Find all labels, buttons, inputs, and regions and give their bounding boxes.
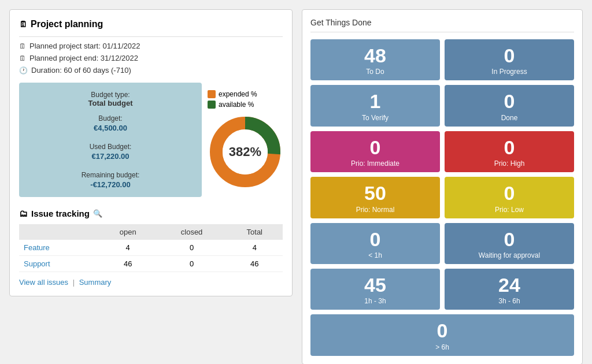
gtd-card-3[interactable]: 0 Done xyxy=(445,85,574,126)
view-all-issues-link[interactable]: View all issues xyxy=(19,278,68,287)
donut-percent-label: 382% xyxy=(229,144,261,159)
gtd-label-10: 1h - 3h xyxy=(364,297,386,305)
col-open: open xyxy=(99,224,157,240)
end-calendar-icon: 🗓 xyxy=(19,54,26,62)
gtd-number-3: 0 xyxy=(504,91,515,112)
budget-value: €4,500.00 xyxy=(31,124,190,132)
gtd-number-6: 50 xyxy=(364,183,386,204)
gtd-card-11[interactable]: 24 3h - 6h xyxy=(445,269,574,310)
chart-legend: expended % available % xyxy=(208,90,257,109)
table-row: Support 46 0 46 xyxy=(19,256,283,272)
budget-section: Budget type: Total budget Budget: €4,500… xyxy=(19,83,283,197)
start-date-row: 🗓 Planned project start: 01/11/2022 xyxy=(19,42,283,50)
issue-name-link[interactable]: Support xyxy=(24,259,50,268)
gtd-label-7: Prio: Low xyxy=(495,206,524,214)
gtd-number-12: 0 xyxy=(437,320,448,341)
used-budget-value: €17,220.00 xyxy=(31,152,190,161)
gtd-card-8[interactable]: 0 < 1h xyxy=(310,223,440,264)
closed-count: 0 xyxy=(157,240,227,256)
search-icon[interactable]: 🔍 xyxy=(93,209,102,218)
col-total: Total xyxy=(227,224,283,240)
gtd-number-10: 45 xyxy=(364,274,386,296)
project-planning-label: Project planning xyxy=(31,19,103,29)
issue-table: open closed Total Feature 4 0 4 Support … xyxy=(19,224,283,272)
legend-available: available % xyxy=(208,101,257,109)
gtd-label-2: To Verify xyxy=(362,114,388,122)
gtd-number-0: 48 xyxy=(364,45,386,66)
gtd-number-4: 0 xyxy=(370,137,381,158)
issue-table-header: open closed Total xyxy=(19,224,283,240)
issue-title-label: Issue tracking xyxy=(31,209,90,218)
col-name xyxy=(19,224,99,240)
table-row: Feature 4 0 4 xyxy=(19,240,283,256)
gtd-card-1[interactable]: 0 In Progress xyxy=(445,39,574,80)
open-count: 46 xyxy=(99,256,157,272)
total-count: 46 xyxy=(227,256,283,272)
gtd-card-4[interactable]: 0 Prio: Immediate xyxy=(310,131,440,172)
issue-name-link[interactable]: Feature xyxy=(24,243,50,252)
gtd-card-2[interactable]: 1 To Verify xyxy=(310,85,440,126)
calendar-icon: 🗓 xyxy=(19,20,27,29)
gtd-label-6: Prio: Normal xyxy=(356,206,395,214)
budget-info: Budget type: Total budget Budget: €4,500… xyxy=(19,83,202,197)
left-panel: 🗓 Project planning 🗓 Planned project sta… xyxy=(9,9,293,296)
gtd-card-5[interactable]: 0 Prio: High xyxy=(445,131,574,172)
used-budget-label: Used Budget: xyxy=(31,143,190,151)
budget-type-label: Budget type: xyxy=(31,91,190,99)
legend-expended: expended % xyxy=(208,90,257,98)
start-calendar-icon: 🗓 xyxy=(19,42,26,50)
gtd-label-12: > 6h xyxy=(435,343,449,351)
gtd-card-10[interactable]: 45 1h - 3h xyxy=(310,269,440,310)
gtd-number-9: 0 xyxy=(504,229,515,250)
end-date-row: 🗓 Planned project end: 31/12/2022 xyxy=(19,54,283,62)
gtd-title: Get Things Done xyxy=(310,18,574,32)
total-count: 4 xyxy=(227,240,283,256)
duration-row: 🕐 Duration: 60 of 60 days (-710) xyxy=(19,66,283,75)
budget-label: Budget: xyxy=(31,114,190,122)
remaining-label: Remaining budget: xyxy=(31,171,190,179)
remaining-value: -€12,720.00 xyxy=(31,180,190,189)
gtd-label-0: To Do xyxy=(366,68,384,76)
gtd-card-0[interactable]: 48 To Do xyxy=(310,39,440,80)
gtd-label-8: < 1h xyxy=(368,251,382,259)
summary-link[interactable]: Summary xyxy=(79,278,112,287)
col-closed: closed xyxy=(157,224,227,240)
gtd-label-11: 3h - 6h xyxy=(498,297,520,305)
gtd-number-11: 24 xyxy=(498,274,520,296)
chart-legend-container: expended % available % xyxy=(208,90,283,190)
expended-label: expended % xyxy=(219,90,257,98)
gtd-label-1: In Progress xyxy=(491,68,527,76)
main-container: 🗓 Project planning 🗓 Planned project sta… xyxy=(9,9,583,364)
gtd-number-7: 0 xyxy=(504,183,515,204)
gtd-label-5: Prio: High xyxy=(494,159,525,168)
issue-footer: View all issues | Summary xyxy=(19,278,283,287)
start-date-label: Planned project start: 01/11/2022 xyxy=(29,42,140,50)
gtd-number-8: 0 xyxy=(370,229,381,250)
budget-type-value: Total budget xyxy=(31,99,190,107)
project-planning-title: 🗓 Project planning xyxy=(19,19,283,29)
gtd-card-9[interactable]: 0 Waiting for approval xyxy=(445,223,574,264)
open-count: 4 xyxy=(99,240,157,256)
gtd-label-4: Prio: Immediate xyxy=(351,159,399,168)
clock-icon: 🕐 xyxy=(19,66,28,75)
gtd-label-3: Done xyxy=(501,114,518,122)
available-label: available % xyxy=(219,101,254,109)
available-color-box xyxy=(208,101,216,109)
gtd-card-7[interactable]: 0 Prio: Low xyxy=(445,177,574,218)
duration-label: Duration: 60 of 60 days (-710) xyxy=(31,66,131,75)
issue-tracking-section: 🗂 Issue tracking 🔍 open closed Total Fea… xyxy=(19,209,283,287)
gtd-card-12[interactable]: 0 > 6h xyxy=(310,314,574,355)
donut-chart: 382% xyxy=(208,114,283,190)
gtd-number-1: 0 xyxy=(504,45,515,66)
expended-color-box xyxy=(208,90,216,98)
end-date-label: Planned project end: 31/12/2022 xyxy=(29,54,138,62)
gtd-card-6[interactable]: 50 Prio: Normal xyxy=(310,177,440,218)
gtd-label-9: Waiting for approval xyxy=(479,251,540,259)
issue-icon: 🗂 xyxy=(19,209,28,218)
footer-separator: | xyxy=(73,278,75,287)
closed-count: 0 xyxy=(157,256,227,272)
right-panel: Get Things Done 48 To Do 0 In Progress 1… xyxy=(302,9,583,364)
gtd-grid: 48 To Do 0 In Progress 1 To Verify 0 Don… xyxy=(310,39,574,356)
gtd-number-2: 1 xyxy=(370,91,381,112)
gtd-number-5: 0 xyxy=(504,137,515,158)
